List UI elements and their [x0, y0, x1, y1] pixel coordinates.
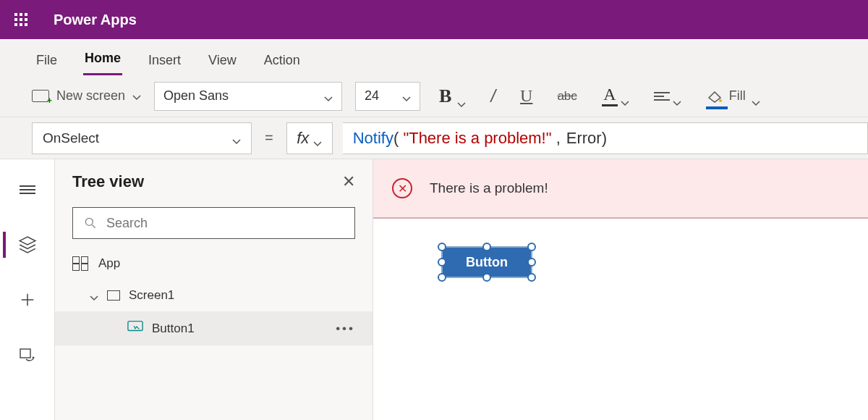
new-screen-button[interactable]: New screen — [32, 88, 141, 104]
align-button[interactable] — [648, 90, 687, 103]
underline-button[interactable]: U — [514, 86, 538, 106]
chevron-down-icon — [402, 92, 411, 101]
svg-point-3 — [85, 218, 93, 225]
menu-home[interactable]: Home — [83, 43, 122, 75]
chevron-down-icon — [324, 92, 333, 101]
fill-label: Fill — [729, 88, 746, 104]
rail-tree-view[interactable] — [13, 230, 42, 259]
font-size-value: 24 — [365, 88, 379, 104]
tree-title: Tree view — [72, 172, 144, 191]
menu-view[interactable]: View — [207, 46, 238, 75]
button-node-icon — [127, 320, 143, 337]
tree-app-label: App — [98, 256, 120, 271]
search-icon — [83, 216, 98, 230]
paint-bucket-icon — [706, 88, 723, 105]
formula-bar: OnSelect = fx Notify( "There is a proble… — [0, 117, 868, 159]
tree-button-label: Button1 — [152, 322, 195, 336]
chevron-down-icon — [232, 134, 241, 143]
left-rail — [0, 159, 55, 420]
new-screen-icon — [32, 90, 49, 102]
chevron-down-icon — [90, 292, 98, 301]
tree-search[interactable] — [72, 207, 355, 239]
svg-rect-1 — [20, 349, 30, 358]
resize-handle[interactable] — [438, 258, 446, 266]
formula-fn: Notify — [353, 129, 393, 148]
rail-media[interactable] — [13, 340, 42, 369]
chevron-down-icon — [313, 134, 322, 143]
svg-point-2 — [32, 357, 34, 359]
resize-handle[interactable] — [527, 243, 536, 251]
font-value: Open Sans — [163, 88, 229, 104]
font-size-selector[interactable]: 24 — [355, 82, 420, 111]
app-title: Power Apps — [54, 12, 137, 28]
resize-handle[interactable] — [438, 273, 446, 282]
chevron-down-icon — [752, 92, 760, 101]
property-value: OnSelect — [43, 130, 99, 146]
resize-handle[interactable] — [482, 243, 491, 251]
menu-file[interactable]: File — [35, 46, 59, 75]
title-bar: Power Apps — [0, 0, 868, 39]
screen-icon — [107, 290, 120, 301]
canvas-button-control[interactable]: Button — [441, 246, 532, 278]
resize-handle[interactable] — [527, 258, 536, 266]
menu-action[interactable]: Action — [263, 46, 302, 75]
resize-handle[interactable] — [482, 273, 491, 282]
tree-panel: Tree view ✕ App Screen1 Button1 ••• — [55, 159, 373, 420]
font-color-button[interactable]: A — [596, 85, 635, 106]
tree-close-button[interactable]: ✕ — [342, 172, 355, 191]
menu-bar: File Home Insert View Action — [0, 39, 868, 75]
fx-icon: fx — [297, 129, 309, 148]
bold-button[interactable]: B — [433, 85, 472, 107]
chevron-down-icon — [673, 92, 681, 101]
canvas[interactable]: ✕ There is a problem! Button — [373, 159, 868, 420]
strikethrough-button[interactable]: abc — [551, 89, 582, 104]
app-launcher-icon[interactable] — [14, 13, 27, 26]
more-menu-icon[interactable]: ••• — [336, 322, 355, 336]
formula-arg2: Error — [566, 129, 602, 148]
font-selector[interactable]: Open Sans — [154, 82, 342, 111]
equals-sign: = — [262, 130, 276, 146]
tree-item-app[interactable]: App — [55, 248, 373, 280]
notification-text: There is a problem! — [430, 180, 548, 196]
notification-banner: ✕ There is a problem! — [373, 159, 868, 219]
fx-button[interactable]: fx — [286, 122, 333, 154]
resize-handle[interactable] — [438, 243, 446, 251]
chevron-down-icon — [457, 92, 466, 101]
resize-handle[interactable] — [527, 273, 536, 282]
italic-button[interactable]: / — [485, 86, 501, 106]
tree-item-screen[interactable]: Screen1 — [55, 280, 373, 311]
fill-button[interactable]: Fill — [700, 88, 766, 105]
tree-item-button[interactable]: Button1 ••• — [55, 311, 373, 345]
toolbar: New screen Open Sans 24 B / U abc A Fill — [0, 75, 868, 117]
canvas-button-text: Button — [466, 255, 508, 270]
formula-string: "There is a problem!" — [403, 129, 551, 148]
app-icon — [72, 256, 90, 271]
tree-search-input[interactable] — [106, 216, 344, 231]
formula-input[interactable]: Notify( "There is a problem!" ,Error) — [343, 122, 868, 154]
chevron-down-icon — [621, 92, 629, 101]
rail-hamburger[interactable] — [13, 175, 42, 204]
chevron-down-icon — [132, 92, 141, 101]
property-selector[interactable]: OnSelect — [32, 122, 252, 154]
menu-insert[interactable]: Insert — [147, 46, 182, 75]
error-icon: ✕ — [392, 178, 412, 198]
work-surface: Tree view ✕ App Screen1 Button1 ••• — [0, 159, 868, 420]
svg-point-0 — [719, 99, 722, 102]
rail-insert[interactable] — [13, 285, 42, 314]
tree-screen-label: Screen1 — [129, 288, 174, 303]
new-screen-label: New screen — [56, 88, 125, 104]
